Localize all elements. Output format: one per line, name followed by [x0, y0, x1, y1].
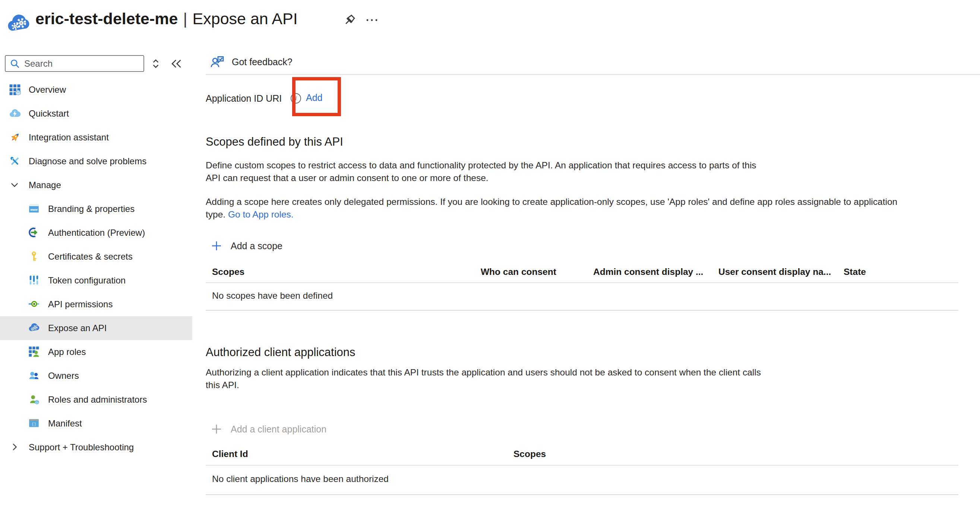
tools-icon [9, 155, 21, 167]
scopes-table-bottom-divider [206, 310, 958, 311]
page-title: eric-test-delete-me|Expose an API [35, 10, 298, 28]
search-input[interactable] [5, 55, 144, 72]
collapse-sidebar-icon[interactable] [170, 57, 183, 70]
app-roles-icon [28, 346, 40, 358]
scopes-table-divider [206, 282, 958, 283]
quickstart-icon [9, 108, 21, 120]
clients-col-client-id: Client Id [212, 449, 248, 459]
sliders-icon [28, 274, 40, 286]
add-a-scope-button[interactable]: Add a scope [210, 240, 282, 252]
add-a-client-application-button[interactable]: Add a client application [210, 423, 326, 435]
overview-icon [9, 84, 21, 96]
got-feedback-button[interactable]: Got feedback? [210, 54, 293, 69]
application-id-uri-label: Application ID URI [206, 93, 282, 104]
scopes-col-who-can-consent: Who can consent [481, 267, 556, 277]
clients-col-scopes: Scopes [514, 449, 546, 459]
clients-section-heading: Authorized client applications [206, 346, 355, 359]
scopes-empty-row: No scopes have been defined [212, 290, 333, 301]
app-name: eric-test-delete-me [35, 10, 178, 28]
scopes-note-line1: Adding a scope here creates only delegat… [206, 197, 897, 207]
sidebar-group-manage[interactable]: Manage [0, 173, 192, 197]
roles-admins-icon [28, 394, 40, 406]
search-icon [9, 58, 21, 69]
clients-empty-row: No client applications have been authori… [212, 474, 389, 484]
authentication-icon [28, 227, 40, 239]
sidebar-item-branding[interactable]: www Branding & properties [0, 197, 192, 221]
annotation-red-box [292, 77, 341, 116]
scopes-description-line2: API can request that a user or admin con… [206, 173, 488, 183]
owners-icon [28, 370, 40, 382]
sidebar: Overview Quickstart [0, 48, 192, 517]
manifest-icon: { } [28, 417, 40, 430]
sidebar-item-owners[interactable]: Owners [0, 364, 192, 388]
sidebar-item-diagnose[interactable]: Diagnose and solve problems [0, 149, 192, 173]
blade-name: Expose an API [192, 10, 298, 28]
rocket-icon [9, 132, 21, 143]
scopes-col-state: State [844, 267, 866, 277]
chevron-down-icon [9, 179, 21, 191]
go-to-app-roles-link[interactable]: Go to App roles. [228, 209, 294, 219]
clients-table-bottom-divider [206, 494, 958, 495]
more-options-icon[interactable] [364, 13, 379, 27]
scopes-description-line1: Define custom scopes to restrict access … [206, 160, 756, 171]
scopes-col-user-consent: User consent display na... [718, 267, 831, 277]
branding-icon: www [28, 203, 40, 215]
sidebar-item-integration-assistant[interactable]: Integration assistant [0, 125, 192, 149]
sidebar-item-overview[interactable]: Overview [0, 78, 192, 101]
sidebar-item-quickstart[interactable]: Quickstart [0, 101, 192, 125]
scopes-note-line2: type. Go to App roles. [206, 209, 294, 220]
plus-icon-disabled [210, 423, 223, 435]
expose-api-icon [28, 322, 40, 334]
sidebar-item-api-permissions[interactable]: API permissions [0, 292, 192, 316]
svg-text:www: www [30, 208, 38, 212]
plus-icon [210, 240, 223, 252]
key-icon [28, 251, 40, 263]
chevron-right-icon [9, 441, 21, 453]
sidebar-item-manifest[interactable]: { } Manifest [0, 412, 192, 435]
toolbar-divider [206, 74, 980, 75]
sidebar-nav: Overview Quickstart [0, 78, 192, 459]
feedback-label: Got feedback? [232, 57, 293, 67]
scopes-col-scopes: Scopes [212, 267, 245, 277]
clients-description-line2: this API. [206, 380, 239, 390]
svg-text:{ }: { } [32, 422, 36, 426]
sidebar-item-app-roles[interactable]: App roles [0, 340, 192, 364]
search-field[interactable] [24, 59, 136, 69]
clients-description-line1: Authorizing a client application indicat… [206, 367, 761, 378]
api-permissions-icon [28, 298, 40, 310]
pin-icon[interactable] [341, 12, 358, 28]
clients-table-divider [206, 465, 958, 466]
sidebar-item-expose-an-api[interactable]: Expose an API [0, 316, 192, 340]
scopes-section-heading: Scopes defined by this API [206, 135, 343, 149]
sidebar-item-authentication[interactable]: Authentication (Preview) [0, 221, 192, 245]
sidebar-item-token-configuration[interactable]: Token configuration [0, 268, 192, 292]
app-registration-icon [7, 12, 30, 35]
feedback-icon [210, 54, 225, 69]
sidebar-item-roles-administrators[interactable]: Roles and administrators [0, 388, 192, 412]
expand-collapse-icon[interactable] [149, 57, 162, 70]
sidebar-item-certificates[interactable]: Certificates & secrets [0, 245, 192, 268]
sidebar-group-support[interactable]: Support + Troubleshooting [0, 435, 192, 459]
scopes-col-admin-consent: Admin consent display ... [593, 267, 703, 277]
